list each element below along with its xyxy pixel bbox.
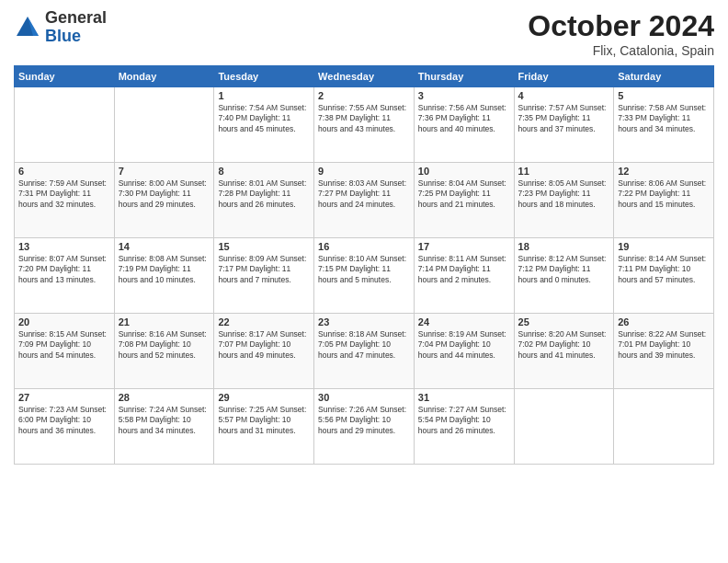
- day-cell: 25Sunrise: 8:20 AM Sunset: 7:02 PM Dayli…: [514, 314, 614, 389]
- day-number: 29: [218, 392, 310, 403]
- day-cell: 8Sunrise: 8:01 AM Sunset: 7:28 PM Daylig…: [214, 163, 314, 238]
- day-cell: 2Sunrise: 7:55 AM Sunset: 7:38 PM Daylig…: [314, 87, 415, 163]
- weekday-header-row: SundayMondayTuesdayWednesdayThursdayFrid…: [15, 66, 714, 87]
- day-cell: [514, 389, 614, 465]
- day-info: Sunrise: 7:27 AM Sunset: 5:54 PM Dayligh…: [418, 405, 510, 436]
- day-cell: 1Sunrise: 7:54 AM Sunset: 7:40 PM Daylig…: [214, 87, 314, 163]
- logo-blue: Blue: [45, 27, 81, 45]
- day-cell: [114, 87, 214, 163]
- day-info: Sunrise: 8:06 AM Sunset: 7:22 PM Dayligh…: [618, 178, 710, 210]
- day-info: Sunrise: 8:16 AM Sunset: 7:08 PM Dayligh…: [119, 329, 210, 361]
- day-info: Sunrise: 8:01 AM Sunset: 7:28 PM Dayligh…: [218, 178, 310, 210]
- day-cell: 29Sunrise: 7:25 AM Sunset: 5:57 PM Dayli…: [214, 389, 314, 465]
- calendar-table: SundayMondayTuesdayWednesdayThursdayFrid…: [14, 65, 714, 465]
- day-cell: 23Sunrise: 8:18 AM Sunset: 7:05 PM Dayli…: [314, 314, 415, 389]
- day-number: 25: [518, 316, 610, 327]
- logo-icon: [14, 14, 41, 41]
- weekday-header-sunday: Sunday: [15, 66, 115, 87]
- day-number: 18: [518, 241, 610, 252]
- day-number: 4: [518, 90, 610, 101]
- day-cell: 15Sunrise: 8:09 AM Sunset: 7:17 PM Dayli…: [214, 238, 314, 314]
- day-info: Sunrise: 8:11 AM Sunset: 7:14 PM Dayligh…: [418, 254, 510, 285]
- week-row-1: 1Sunrise: 7:54 AM Sunset: 7:40 PM Daylig…: [15, 87, 714, 163]
- day-number: 31: [418, 392, 510, 403]
- day-number: 21: [119, 316, 210, 327]
- logo-general: General: [45, 8, 107, 27]
- day-cell: 20Sunrise: 8:15 AM Sunset: 7:09 PM Dayli…: [15, 314, 115, 389]
- day-cell: 13Sunrise: 8:07 AM Sunset: 7:20 PM Dayli…: [15, 238, 115, 314]
- day-info: Sunrise: 7:59 AM Sunset: 7:31 PM Dayligh…: [18, 178, 110, 210]
- weekday-header-friday: Friday: [514, 66, 614, 87]
- day-info: Sunrise: 8:05 AM Sunset: 7:23 PM Dayligh…: [518, 178, 610, 210]
- day-cell: 10Sunrise: 8:04 AM Sunset: 7:25 PM Dayli…: [414, 163, 514, 238]
- day-cell: 7Sunrise: 8:00 AM Sunset: 7:30 PM Daylig…: [114, 163, 214, 238]
- day-number: 27: [18, 392, 110, 403]
- day-number: 8: [218, 166, 310, 177]
- day-number: 26: [618, 316, 710, 327]
- day-cell: 26Sunrise: 8:22 AM Sunset: 7:01 PM Dayli…: [614, 314, 714, 389]
- day-number: 15: [218, 241, 310, 252]
- week-row-2: 6Sunrise: 7:59 AM Sunset: 7:31 PM Daylig…: [15, 163, 714, 238]
- day-cell: 19Sunrise: 8:14 AM Sunset: 7:11 PM Dayli…: [614, 238, 714, 314]
- day-cell: 18Sunrise: 8:12 AM Sunset: 7:12 PM Dayli…: [514, 238, 614, 314]
- location: Flix, Catalonia, Spain: [528, 43, 714, 58]
- day-cell: 21Sunrise: 8:16 AM Sunset: 7:08 PM Dayli…: [114, 314, 214, 389]
- day-number: 17: [418, 241, 510, 252]
- day-info: Sunrise: 7:56 AM Sunset: 7:36 PM Dayligh…: [418, 103, 510, 134]
- day-info: Sunrise: 7:54 AM Sunset: 7:40 PM Dayligh…: [218, 103, 310, 134]
- day-info: Sunrise: 8:00 AM Sunset: 7:30 PM Dayligh…: [119, 178, 210, 210]
- day-cell: 5Sunrise: 7:58 AM Sunset: 7:33 PM Daylig…: [614, 87, 714, 163]
- week-row-5: 27Sunrise: 7:23 AM Sunset: 6:00 PM Dayli…: [15, 389, 714, 465]
- weekday-header-saturday: Saturday: [614, 66, 714, 87]
- day-number: 12: [618, 166, 710, 177]
- logo-text: General Blue: [45, 9, 107, 46]
- header: General Blue October 2024 Flix, Cataloni…: [14, 9, 714, 58]
- day-info: Sunrise: 8:12 AM Sunset: 7:12 PM Dayligh…: [518, 254, 610, 285]
- day-number: 7: [119, 166, 210, 177]
- day-info: Sunrise: 7:57 AM Sunset: 7:35 PM Dayligh…: [518, 103, 610, 134]
- day-info: Sunrise: 7:58 AM Sunset: 7:33 PM Dayligh…: [618, 103, 710, 134]
- page: General Blue October 2024 Flix, Cataloni…: [0, 0, 728, 563]
- day-cell: 22Sunrise: 8:17 AM Sunset: 7:07 PM Dayli…: [214, 314, 314, 389]
- day-number: 5: [618, 90, 710, 101]
- day-info: Sunrise: 8:09 AM Sunset: 7:17 PM Dayligh…: [218, 254, 310, 285]
- day-cell: 16Sunrise: 8:10 AM Sunset: 7:15 PM Dayli…: [314, 238, 415, 314]
- day-number: 16: [318, 241, 410, 252]
- day-number: 28: [119, 392, 210, 403]
- day-info: Sunrise: 8:04 AM Sunset: 7:25 PM Dayligh…: [418, 178, 510, 210]
- day-info: Sunrise: 8:22 AM Sunset: 7:01 PM Dayligh…: [618, 329, 710, 361]
- weekday-header-thursday: Thursday: [414, 66, 514, 87]
- day-info: Sunrise: 7:26 AM Sunset: 5:56 PM Dayligh…: [318, 405, 410, 436]
- title-block: October 2024 Flix, Catalonia, Spain: [528, 9, 714, 58]
- day-number: 11: [518, 166, 610, 177]
- week-row-3: 13Sunrise: 8:07 AM Sunset: 7:20 PM Dayli…: [15, 238, 714, 314]
- day-cell: 30Sunrise: 7:26 AM Sunset: 5:56 PM Dayli…: [314, 389, 415, 465]
- day-number: 23: [318, 316, 410, 327]
- weekday-header-monday: Monday: [114, 66, 214, 87]
- day-info: Sunrise: 8:20 AM Sunset: 7:02 PM Dayligh…: [518, 329, 610, 361]
- day-cell: [614, 389, 714, 465]
- day-number: 2: [318, 90, 410, 101]
- day-number: 22: [218, 316, 310, 327]
- day-info: Sunrise: 8:08 AM Sunset: 7:19 PM Dayligh…: [119, 254, 210, 285]
- day-cell: 4Sunrise: 7:57 AM Sunset: 7:35 PM Daylig…: [514, 87, 614, 163]
- weekday-header-wednesday: Wednesday: [314, 66, 415, 87]
- day-info: Sunrise: 7:24 AM Sunset: 5:58 PM Dayligh…: [119, 405, 210, 436]
- month-title: October 2024: [528, 9, 714, 43]
- day-number: 9: [318, 166, 410, 177]
- day-cell: 28Sunrise: 7:24 AM Sunset: 5:58 PM Dayli…: [114, 389, 214, 465]
- day-info: Sunrise: 7:25 AM Sunset: 5:57 PM Dayligh…: [218, 405, 310, 436]
- day-cell: 24Sunrise: 8:19 AM Sunset: 7:04 PM Dayli…: [414, 314, 514, 389]
- day-number: 3: [418, 90, 510, 101]
- day-info: Sunrise: 8:07 AM Sunset: 7:20 PM Dayligh…: [18, 254, 110, 285]
- day-info: Sunrise: 7:23 AM Sunset: 6:00 PM Dayligh…: [18, 405, 110, 436]
- day-cell: 12Sunrise: 8:06 AM Sunset: 7:22 PM Dayli…: [614, 163, 714, 238]
- day-cell: 17Sunrise: 8:11 AM Sunset: 7:14 PM Dayli…: [414, 238, 514, 314]
- day-cell: 14Sunrise: 8:08 AM Sunset: 7:19 PM Dayli…: [114, 238, 214, 314]
- day-number: 13: [18, 241, 110, 252]
- day-info: Sunrise: 8:17 AM Sunset: 7:07 PM Dayligh…: [218, 329, 310, 361]
- week-row-4: 20Sunrise: 8:15 AM Sunset: 7:09 PM Dayli…: [15, 314, 714, 389]
- day-number: 10: [418, 166, 510, 177]
- day-cell: 9Sunrise: 8:03 AM Sunset: 7:27 PM Daylig…: [314, 163, 415, 238]
- logo: General Blue: [14, 9, 107, 46]
